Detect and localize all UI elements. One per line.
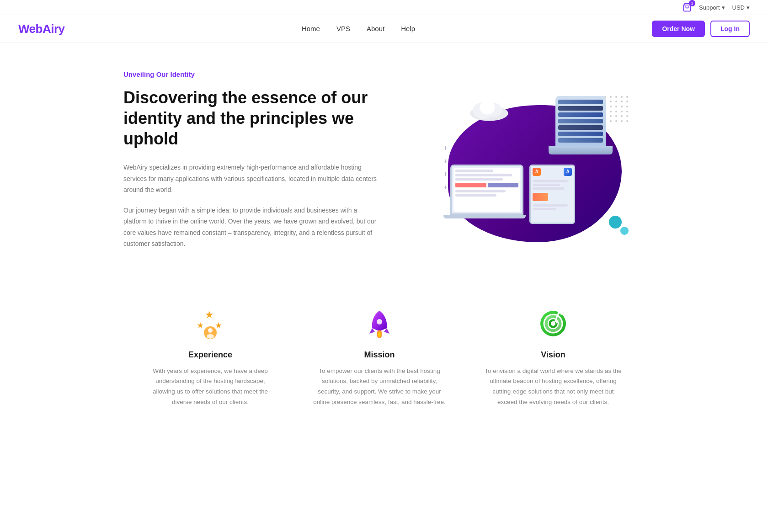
svg-line-22 xyxy=(559,310,561,313)
logo[interactable]: WebAiry xyxy=(18,22,65,36)
features-section: ★ ★ ★ Experience With years of experienc… xyxy=(110,286,658,445)
target-icon xyxy=(535,304,571,341)
hero-title: Discovering the essence of our identity … xyxy=(123,87,379,149)
main-nav: WebAiry Home VPS About Help Order Now Lo… xyxy=(0,15,768,43)
svg-text:★: ★ xyxy=(215,321,222,330)
currency-label: USD xyxy=(732,4,745,11)
vision-desc: To envision a digital world where we sta… xyxy=(485,366,622,408)
teal-circle-large xyxy=(609,216,622,229)
svg-point-11 xyxy=(377,319,382,325)
svg-point-13 xyxy=(378,332,381,337)
svg-text:★: ★ xyxy=(197,321,204,330)
login-button[interactable]: Log In xyxy=(710,21,750,37)
plus-marks: ++++ xyxy=(443,142,448,194)
svg-point-4 xyxy=(480,101,495,114)
tablet-icon-2: A xyxy=(564,168,572,176)
laptop xyxy=(450,165,523,215)
svg-text:★: ★ xyxy=(205,309,214,320)
nav-links: Home VPS About Help xyxy=(302,25,415,33)
rocket-icon xyxy=(361,304,398,341)
laptop-base xyxy=(443,215,526,218)
svg-point-10 xyxy=(207,334,214,339)
mission-icon-wrap xyxy=(361,304,398,341)
teal-circle-small xyxy=(620,227,629,235)
feature-experience: ★ ★ ★ Experience With years of experienc… xyxy=(146,304,274,408)
cloud-icon xyxy=(466,96,512,123)
nav-help[interactable]: Help xyxy=(401,25,415,33)
vision-title: Vision xyxy=(485,350,622,360)
illustration: for(let i=0;i<36;i++) document.write('<d… xyxy=(439,87,631,242)
mission-desc: To empower our clients with the best hos… xyxy=(311,366,448,408)
tablet: A A xyxy=(529,165,575,224)
currency-chevron: ▾ xyxy=(747,4,750,11)
star-person-icon: ★ ★ ★ xyxy=(192,304,229,341)
hero-subtitle: Unveiling Our Identity xyxy=(123,70,379,78)
support-link[interactable]: Support ▾ xyxy=(699,4,725,11)
hero-image: for(let i=0;i<36;i++) document.write('<d… xyxy=(425,87,645,242)
experience-desc: With years of experience, we have a deep… xyxy=(146,366,274,408)
hero-desc-2: Our journey began with a simple idea: to… xyxy=(123,205,379,250)
cart-icon-wrap[interactable]: 1 xyxy=(683,3,692,12)
currency-selector[interactable]: USD ▾ xyxy=(732,4,750,11)
nav-vps[interactable]: VPS xyxy=(336,25,350,33)
feature-mission: Mission To empower our clients with the … xyxy=(311,304,448,408)
devices: A A xyxy=(448,165,575,224)
experience-icon-wrap: ★ ★ ★ xyxy=(192,304,229,341)
hero-text: Unveiling Our Identity Discovering the e… xyxy=(123,70,379,259)
support-label: Support xyxy=(699,4,720,11)
order-now-button[interactable]: Order Now xyxy=(652,21,705,37)
mission-title: Mission xyxy=(311,350,448,360)
nav-actions: Order Now Log In xyxy=(652,21,750,37)
cart-badge: 1 xyxy=(689,0,695,6)
support-chevron: ▾ xyxy=(722,4,725,11)
top-bar: 1 Support ▾ USD ▾ xyxy=(0,0,768,15)
vision-icon-wrap xyxy=(535,304,571,341)
feature-vision: Vision To envision a digital world where… xyxy=(485,304,622,408)
nav-home[interactable]: Home xyxy=(302,25,320,33)
svg-point-9 xyxy=(208,328,213,333)
server-tower xyxy=(555,96,613,154)
hero-section: Unveiling Our Identity Discovering the e… xyxy=(87,43,681,286)
hero-desc-1: WebAiry specializes in providing extreme… xyxy=(123,162,379,196)
experience-title: Experience xyxy=(146,350,274,360)
nav-about[interactable]: About xyxy=(367,25,384,33)
tablet-icon-1: A xyxy=(533,168,541,176)
